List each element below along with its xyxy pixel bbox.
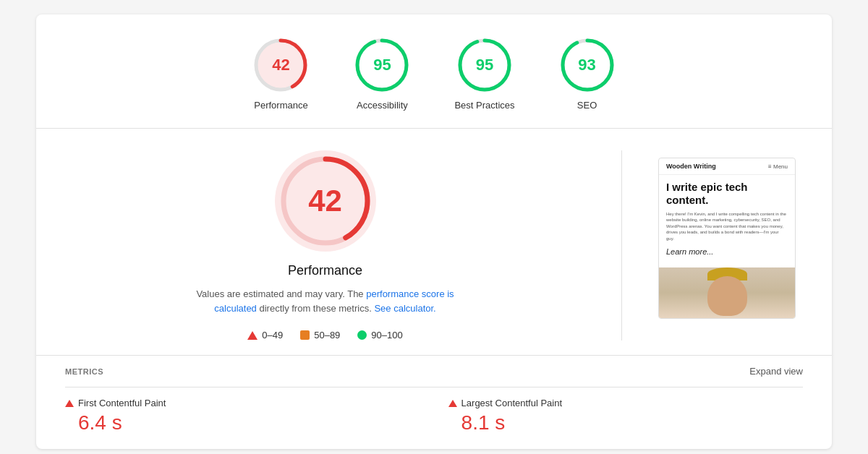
score-ring-accessibility: 95 — [353, 36, 411, 94]
scores-section: 42 Performance 95 Accessibility 95 — [36, 14, 832, 129]
metrics-header: METRICS Expand view — [65, 366, 803, 377]
legend-item-orange: 50–89 — [300, 330, 340, 340]
metrics-divider — [65, 387, 803, 387]
left-panel: 42 Performance Values are estimated and … — [65, 150, 585, 340]
performance-desc: Values are estimated and may vary. The p… — [188, 287, 463, 315]
metrics-title: METRICS — [65, 367, 103, 376]
main-content: 42 Performance Values are estimated and … — [36, 129, 832, 355]
big-score-number: 42 — [308, 184, 342, 218]
big-ring-performance: 42 — [275, 150, 376, 252]
lcp-label: Largest Contentful Paint — [461, 398, 562, 408]
score-label-accessibility: Accessibility — [357, 100, 408, 111]
score-value-best-practices: 95 — [476, 56, 493, 74]
desc-text: Values are estimated and may vary. The — [196, 288, 363, 299]
score-value-accessibility: 95 — [373, 56, 391, 74]
calculator-link[interactable]: See calculator. — [374, 303, 435, 314]
metric-item-fcp: First Contentful Paint 6.4 s — [65, 398, 420, 434]
fcp-label-row: First Contentful Paint — [65, 398, 420, 408]
legend-item-red: 0–49 — [247, 330, 283, 340]
score-value-seo: 93 — [578, 56, 595, 74]
legend-range-green: 90–100 — [371, 330, 402, 340]
score-label-seo: SEO — [577, 100, 597, 111]
preview-menu: ≡ Menu — [768, 163, 788, 170]
main-card: 42 Performance 95 Accessibility 95 — [36, 14, 832, 449]
score-label-best-practices: Best Practices — [454, 100, 514, 111]
orange-square-icon — [300, 330, 310, 340]
score-item-performance[interactable]: 42 Performance — [252, 36, 310, 111]
preview-headline: I write epic tech content. — [666, 181, 788, 207]
metrics-section: METRICS Expand view First Contentful Pai… — [36, 355, 832, 449]
vertical-divider — [621, 150, 622, 340]
preview-face-image — [659, 267, 795, 318]
legend-range-red: 0–49 — [262, 330, 283, 340]
fcp-label: First Contentful Paint — [78, 398, 166, 408]
metrics-grid: First Contentful Paint 6.4 s Largest Con… — [65, 398, 803, 434]
green-circle-icon — [357, 330, 367, 340]
score-label-performance: Performance — [254, 100, 307, 111]
fcp-triangle-icon — [65, 400, 74, 407]
performance-title: Performance — [288, 263, 362, 278]
right-panel: Wooden Writing ≡ Menu I write epic tech … — [658, 150, 803, 340]
preview-learn-more[interactable]: Learn more... — [666, 247, 788, 256]
desc-text2: directly from these metrics. — [259, 303, 371, 314]
website-preview: Wooden Writing ≡ Menu I write epic tech … — [658, 158, 796, 319]
legend-item-green: 90–100 — [357, 330, 402, 340]
lcp-value: 8.1 s — [448, 411, 803, 434]
legend: 0–49 50–89 90–100 — [247, 330, 402, 340]
legend-range-orange: 50–89 — [314, 330, 340, 340]
score-item-seo[interactable]: 93 SEO — [558, 36, 616, 111]
score-item-best-practices[interactable]: 95 Best Practices — [454, 36, 514, 111]
score-value-performance: 42 — [272, 56, 289, 74]
metric-item-lcp: Largest Contentful Paint 8.1 s — [448, 398, 803, 434]
expand-view-button[interactable]: Expand view — [749, 366, 803, 377]
score-item-accessibility[interactable]: 95 Accessibility — [353, 36, 411, 111]
score-ring-seo: 93 — [558, 36, 616, 94]
score-ring-performance: 42 — [252, 36, 310, 94]
preview-header: Wooden Writing ≡ Menu — [659, 158, 795, 175]
red-triangle-icon — [247, 331, 258, 340]
lcp-label-row: Largest Contentful Paint — [448, 398, 803, 408]
preview-body-text: Hey there! I'm Kevin, and I write compel… — [666, 211, 788, 241]
preview-logo: Wooden Writing — [666, 163, 716, 170]
fcp-value: 6.4 s — [65, 411, 420, 434]
score-ring-best-practices: 95 — [456, 36, 514, 94]
preview-body: I write epic tech content. Hey there! I'… — [659, 175, 795, 267]
lcp-triangle-icon — [448, 400, 457, 407]
